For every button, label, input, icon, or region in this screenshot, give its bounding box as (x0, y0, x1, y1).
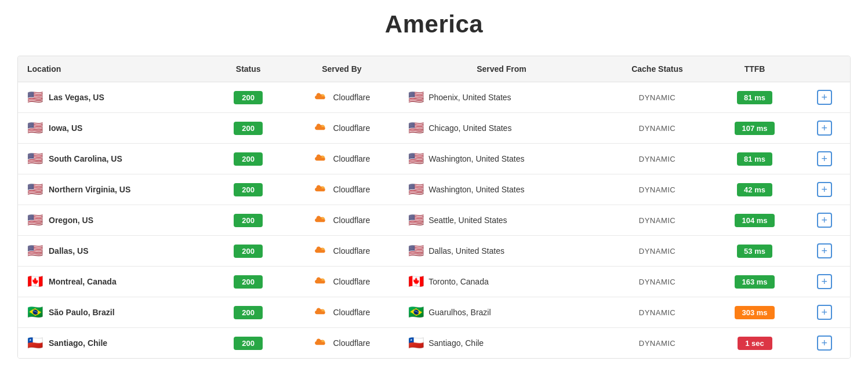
location-flag: 🇺🇸 (27, 122, 43, 134)
served-by-cell: Cloudflare (285, 174, 400, 205)
col-header-cache-status: Cache Status (604, 56, 711, 82)
expand-cell[interactable]: + (799, 267, 850, 297)
expand-button[interactable]: + (817, 305, 832, 320)
ttfb-cell: 303 ms (710, 297, 798, 328)
location-name: São Paulo, Brazil (49, 308, 115, 317)
cloudflare-icon (313, 184, 328, 196)
expand-button[interactable]: + (817, 182, 832, 197)
table-row: 🇧🇷 São Paulo, Brazil 200 Cloudflare 🇧🇷 G… (18, 297, 850, 328)
cloudflare-icon (313, 337, 328, 349)
ttfb-badge: 303 ms (735, 306, 774, 319)
cache-status-cell: DYNAMIC (604, 205, 711, 236)
expand-cell[interactable]: + (799, 144, 850, 174)
expand-cell[interactable]: + (799, 82, 850, 113)
cache-status-cell: DYNAMIC (604, 236, 711, 267)
table-row: 🇺🇸 Dallas, US 200 Cloudflare 🇺🇸 Dallas, … (18, 236, 850, 267)
page-title: America (0, 0, 868, 56)
cloudflare-icon (313, 153, 328, 165)
status-badge: 200 (234, 183, 263, 196)
expand-button[interactable]: + (817, 274, 832, 289)
ttfb-badge: 42 ms (737, 183, 772, 196)
status-cell: 200 (212, 144, 285, 174)
ttfb-badge: 81 ms (737, 152, 772, 166)
served-from-name: Seattle, United States (428, 216, 507, 225)
served-from-flag: 🇺🇸 (408, 214, 424, 227)
expand-button[interactable]: + (817, 213, 832, 228)
served-from-flag: 🇺🇸 (408, 122, 424, 134)
expand-cell[interactable]: + (799, 236, 850, 267)
expand-button[interactable]: + (817, 243, 832, 258)
location-name: Las Vegas, US (49, 93, 104, 102)
ttfb-cell: 104 ms (710, 205, 798, 236)
served-by-cell: Cloudflare (285, 82, 400, 113)
table-header-row: Location Status Served By Served From Ca… (18, 56, 850, 82)
status-cell: 200 (212, 113, 285, 144)
served-from-cell: 🇺🇸 Phoenix, United States (399, 82, 604, 113)
location-name: Santiago, Chile (49, 338, 107, 348)
status-cell: 200 (212, 236, 285, 267)
location-flag: 🇺🇸 (27, 183, 43, 196)
ttfb-badge: 1 sec (738, 337, 772, 350)
cache-status-value: DYNAMIC (639, 247, 675, 256)
served-from-name: Santiago, Chile (428, 338, 484, 348)
served-from-flag: 🇺🇸 (408, 91, 424, 104)
expand-button[interactable]: + (817, 151, 832, 166)
table-row: 🇨🇦 Montreal, Canada 200 Cloudflare 🇨🇦 To… (18, 267, 850, 297)
status-badge: 200 (234, 122, 263, 135)
ttfb-cell: 163 ms (710, 267, 798, 297)
location-flag: 🇨🇱 (27, 337, 43, 349)
location-flag: 🇧🇷 (27, 306, 43, 319)
table-row: 🇺🇸 Iowa, US 200 Cloudflare 🇺🇸 Chicago, U… (18, 113, 850, 144)
expand-cell[interactable]: + (799, 174, 850, 205)
col-header-location: Location (18, 56, 212, 82)
location-flag: 🇨🇦 (27, 275, 43, 288)
served-from-flag: 🇺🇸 (408, 183, 424, 196)
served-from-flag: 🇺🇸 (408, 245, 424, 257)
status-cell: 200 (212, 328, 285, 359)
table-row: 🇺🇸 Las Vegas, US 200 Cloudflare 🇺🇸 Phoen… (18, 82, 850, 113)
served-by-name: Cloudflare (333, 123, 370, 133)
served-by-name: Cloudflare (333, 93, 370, 102)
location-flag: 🇺🇸 (27, 152, 43, 165)
table-row: 🇺🇸 South Carolina, US 200 Cloudflare 🇺🇸 … (18, 144, 850, 174)
location-flag: 🇺🇸 (27, 214, 43, 227)
cache-status-value: DYNAMIC (639, 278, 675, 286)
cloudflare-icon (313, 307, 328, 319)
expand-button[interactable]: + (817, 121, 832, 136)
col-header-served-from: Served From (399, 56, 604, 82)
status-badge: 200 (234, 275, 263, 289)
location-cell: 🇧🇷 São Paulo, Brazil (18, 297, 212, 328)
expand-cell[interactable]: + (799, 328, 850, 359)
cache-status-value: DYNAMIC (639, 339, 675, 348)
served-by-name: Cloudflare (333, 308, 370, 317)
expand-button[interactable]: + (817, 335, 832, 351)
ttfb-badge: 104 ms (735, 214, 774, 227)
cache-status-value: DYNAMIC (639, 308, 675, 317)
served-from-name: Toronto, Canada (428, 277, 489, 286)
location-cell: 🇨🇱 Santiago, Chile (18, 328, 212, 359)
served-from-cell: 🇧🇷 Guarulhos, Brazil (399, 297, 604, 328)
served-from-name: Guarulhos, Brazil (428, 308, 491, 317)
served-from-cell: 🇺🇸 Washington, United States (399, 144, 604, 174)
location-flag: 🇺🇸 (27, 245, 43, 257)
status-badge: 200 (234, 306, 263, 319)
ttfb-cell: 53 ms (710, 236, 798, 267)
expand-cell[interactable]: + (799, 205, 850, 236)
served-by-name: Cloudflare (333, 185, 370, 194)
location-name: South Carolina, US (49, 154, 122, 163)
expand-cell[interactable]: + (799, 297, 850, 328)
ttfb-badge: 107 ms (735, 122, 774, 135)
served-by-cell: Cloudflare (285, 236, 400, 267)
served-from-flag: 🇺🇸 (408, 152, 424, 165)
cache-status-cell: DYNAMIC (604, 328, 711, 359)
served-from-name: Chicago, United States (428, 123, 511, 133)
served-by-name: Cloudflare (333, 246, 370, 256)
served-from-name: Washington, United States (428, 185, 524, 194)
cache-status-cell: DYNAMIC (604, 174, 711, 205)
cloudflare-icon (313, 92, 328, 104)
expand-button[interactable]: + (817, 90, 832, 105)
status-badge: 200 (234, 245, 263, 258)
ttfb-cell: 81 ms (710, 144, 798, 174)
expand-cell[interactable]: + (799, 113, 850, 144)
cloudflare-icon (313, 214, 328, 227)
